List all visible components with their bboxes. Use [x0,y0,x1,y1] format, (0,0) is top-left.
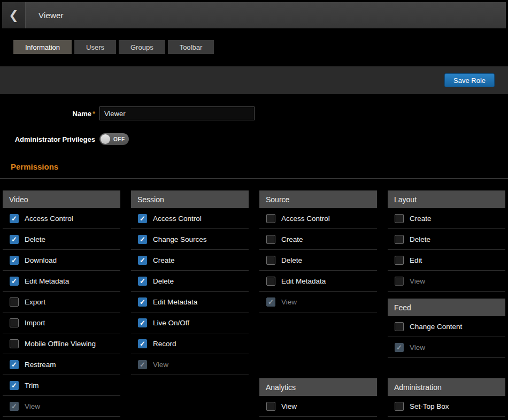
permissions-column: VideoAccess ControlDeleteDownloadEdit Me… [3,190,120,417]
permission-row: Trim [3,375,120,396]
permissions-heading: Permissions [11,162,508,171]
permission-label: Mobile Offline Viewing [25,340,96,348]
permission-row: Create [259,229,377,250]
role-editor-page: ❮ Viewer InformationUsersGroupsToolbar S… [0,2,508,417]
permission-group-header: Session [131,190,249,208]
permission-group-feed: FeedChange ContentView [388,299,505,358]
permission-label: Import [25,319,45,327]
permission-label: View [281,402,297,410]
permission-label: Trim [25,381,39,390]
permission-group-header: Layout [388,190,505,208]
permission-row: Change Sources [131,229,249,250]
tab-bar: InformationUsersGroupsToolbar [13,40,508,54]
permission-label: Change Sources [153,235,207,243]
tab-toolbar[interactable]: Toolbar [168,40,214,54]
permission-row: Delete [388,229,505,250]
permission-row: Live On/Off [131,312,249,333]
checkbox-video-mobile-offline-viewing[interactable] [10,339,19,348]
tab-groups[interactable]: Groups [119,40,165,54]
checkbox-layout-delete[interactable] [395,235,404,244]
permission-label: Create [281,235,303,243]
permission-row: Edit Metadata [259,271,377,292]
name-field-row: Name* [0,106,508,120]
tab-users[interactable]: Users [74,40,116,54]
permission-group-administration: AdministrationSet-Top Box [388,378,505,417]
checkbox-administration-set-top-box[interactable] [395,402,404,411]
permission-row: Delete [3,229,120,250]
checkbox-source-access-control[interactable] [266,214,275,223]
permission-row: View [3,396,120,417]
admin-privileges-toggle[interactable]: OFF [99,133,129,145]
checkbox-video-restream[interactable] [10,360,19,369]
checkbox-source-delete[interactable] [266,256,275,265]
permission-label: View [153,361,168,369]
permission-group-header: Source [259,190,377,208]
checkbox-video-trim[interactable] [10,381,19,390]
name-input[interactable] [99,106,255,120]
page-title: Viewer [39,11,64,20]
checkbox-feed-change-content[interactable] [395,322,404,331]
checkbox-video-edit-metadata[interactable] [10,277,19,286]
permission-label: Edit Metadata [281,277,326,285]
checkbox-layout-create[interactable] [395,214,404,223]
checkbox-session-access-control[interactable] [138,214,147,223]
permission-row: Access Control [259,208,377,229]
permission-group-header: Administration [388,378,505,396]
permission-label: View [410,277,425,285]
checkbox-video-download[interactable] [10,256,19,265]
toggle-knob-icon [101,134,110,144]
checkbox-source-edit-metadata[interactable] [266,277,275,286]
permission-row: Import [3,312,120,333]
checkbox-session-record[interactable] [138,339,147,348]
permissions-column: SourceAccess ControlCreateDeleteEdit Met… [259,190,377,417]
checkbox-analytics-view[interactable] [266,402,275,411]
permission-label: Create [410,215,432,223]
permission-row: Restream [3,354,120,375]
tab-information[interactable]: Information [13,40,72,54]
top-bar: ❮ Viewer [2,2,506,28]
permissions-column: SessionAccess ControlChange SourcesCreat… [131,190,249,417]
permission-row: Delete [131,271,249,292]
permission-label: Create [153,256,175,264]
permission-row: View [259,292,377,312]
checkbox-session-edit-metadata[interactable] [138,297,147,307]
checkbox-session-change-sources[interactable] [138,235,147,244]
permission-label: Change Content [410,323,462,331]
admin-privileges-row: Administrator Privileges OFF [0,133,508,145]
checkbox-session-live-on-off[interactable] [138,318,147,327]
permission-row: Change Content [388,316,505,337]
checkbox-source-view [266,297,275,307]
permission-row: View [388,271,505,292]
permission-group-analytics: AnalyticsView [259,378,377,417]
permission-label: Access Control [153,215,202,223]
permission-row: Edit Metadata [131,292,249,312]
permission-label: Delete [281,256,302,264]
permissions-divider [0,178,508,179]
required-marker: * [93,110,95,118]
save-role-button[interactable]: Save Role [444,73,495,87]
permission-label: Delete [410,235,430,243]
permission-row: Create [388,208,505,229]
checkbox-video-access-control[interactable] [10,214,19,223]
permission-group-layout: LayoutCreateDeleteEditView [388,190,505,292]
permission-group-video: VideoAccess ControlDeleteDownloadEdit Me… [3,190,120,417]
permission-label: Download [25,256,57,264]
checkbox-video-delete[interactable] [10,235,19,244]
back-button[interactable]: ❮ [2,2,26,28]
checkbox-layout-edit[interactable] [395,256,404,265]
checkbox-session-delete[interactable] [138,277,147,286]
permission-row: Access Control [3,208,120,229]
checkbox-source-create[interactable] [266,235,275,244]
permission-label: Live On/Off [153,319,189,327]
permission-label: View [410,343,425,352]
permission-label: Record [153,340,176,348]
checkbox-session-create[interactable] [138,256,147,265]
permission-row: View [131,354,249,375]
permission-group-header: Feed [388,299,505,316]
permission-group-source: SourceAccess ControlCreateDeleteEdit Met… [259,190,377,312]
checkbox-video-export[interactable] [10,297,19,307]
permission-row: Record [131,333,249,354]
permission-label: Set-Top Box [410,402,449,410]
permission-row: View [388,337,505,358]
checkbox-video-import[interactable] [10,318,19,327]
